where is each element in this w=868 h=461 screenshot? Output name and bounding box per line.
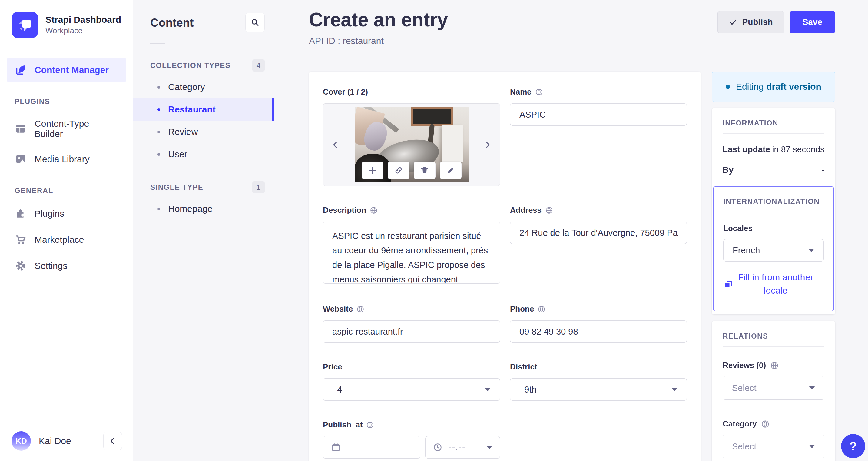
address-input[interactable] <box>510 222 687 244</box>
publish-at-label: Publish_at <box>323 420 363 430</box>
sidebar-item-media-library[interactable]: Media Library <box>7 147 126 171</box>
subnav-item-review[interactable]: Review <box>133 121 274 143</box>
link-icon <box>394 166 403 175</box>
sidebar-item-label: Marketplace <box>34 235 84 245</box>
locale-select[interactable]: French <box>723 239 824 262</box>
carousel-prev-button[interactable] <box>329 138 342 151</box>
app-title: Strapi Dashboard <box>45 14 121 25</box>
globe-icon <box>761 420 770 428</box>
workspace-header[interactable]: Strapi Dashboard Workplace <box>0 0 133 49</box>
clock-icon <box>433 442 442 452</box>
copy-icon <box>723 279 734 289</box>
price-field: Price _4 <box>323 362 500 401</box>
user-avatar[interactable]: KD <box>11 431 31 451</box>
delete-asset-button[interactable] <box>414 162 435 179</box>
phone-field: Phone <box>510 304 687 343</box>
description-label: Description <box>323 205 366 215</box>
collapse-sidebar-button[interactable] <box>103 432 122 451</box>
help-button[interactable]: ? <box>841 434 865 458</box>
time-select[interactable]: --:-- <box>425 436 500 459</box>
entry-form-card: Cover (1 / 2) <box>309 71 701 461</box>
subnav-item-restaurant[interactable]: Restaurant <box>133 98 274 121</box>
bullet-icon <box>157 208 160 210</box>
subnav-item-label: Homepage <box>168 204 213 214</box>
collection-types-header: COLLECTION TYPES <box>150 61 230 70</box>
strapi-logo-icon <box>11 11 38 38</box>
sidebar-item-label: Content Manager <box>34 65 109 75</box>
subnav-item-category[interactable]: Category <box>133 76 274 98</box>
time-placeholder: --:-- <box>448 442 480 453</box>
phone-input[interactable] <box>510 320 687 343</box>
address-field: Address <box>510 205 687 244</box>
shopping-cart-icon <box>14 234 27 246</box>
cover-actions <box>362 162 462 179</box>
subnav-item-homepage[interactable]: Homepage <box>133 198 274 220</box>
price-select[interactable]: _4 <box>323 378 500 401</box>
sidebar-item-plugins[interactable]: Plugins <box>7 202 126 226</box>
workspace-titles: Strapi Dashboard Workplace <box>45 14 121 36</box>
sidebar-item-label: Settings <box>34 261 67 271</box>
globe-icon <box>537 305 546 313</box>
cover-label: Cover (1 / 2) <box>323 87 500 97</box>
publish-at-field: Publish_at <box>323 420 500 459</box>
add-asset-button[interactable] <box>362 162 383 179</box>
fill-from-locale-link[interactable]: Fill in from another locale <box>723 271 824 297</box>
name-field: Name <box>510 87 687 126</box>
category-select[interactable]: Select <box>723 435 825 458</box>
subnav-item-label: User <box>168 149 187 160</box>
collection-types-count-badge: 4 <box>252 59 265 71</box>
feather-pen-icon <box>14 64 27 76</box>
save-button[interactable]: Save <box>789 11 835 33</box>
chevron-down-icon <box>809 444 815 448</box>
sidebar-item-label: Media Library <box>34 154 90 164</box>
search-button[interactable] <box>245 13 265 32</box>
website-input[interactable] <box>323 320 500 343</box>
carousel-next-button[interactable] <box>481 138 494 151</box>
subnav-item-label: Category <box>168 82 205 92</box>
relations-header: RELATIONS <box>723 332 825 340</box>
globe-icon <box>366 421 374 429</box>
cover-carousel <box>323 103 500 186</box>
bullet-icon <box>157 153 160 156</box>
sidebar-footer: KD Kai Doe <box>0 422 133 461</box>
puzzle-icon <box>14 208 27 220</box>
sidebar-item-content-manager[interactable]: Content Manager <box>7 58 126 82</box>
sidebar-item-label: Plugins <box>34 208 64 219</box>
main-sidebar: Strapi Dashboard Workplace Content Manag… <box>0 0 133 461</box>
chevron-down-icon <box>672 388 678 391</box>
sidebar-section-plugins: PLUGINS <box>7 84 126 112</box>
website-label: Website <box>323 304 353 314</box>
subnav-item-user[interactable]: User <box>133 143 274 166</box>
edit-asset-button[interactable] <box>440 162 462 179</box>
copy-link-button[interactable] <box>388 162 409 179</box>
sidebar-item-content-type-builder[interactable]: Content-Type Builder <box>7 112 126 145</box>
district-select[interactable]: _9th <box>510 378 687 401</box>
content-subnav: Content COLLECTION TYPES 4 Category Rest… <box>133 0 274 461</box>
information-header: INFORMATION <box>723 119 825 127</box>
bullet-icon <box>157 131 160 133</box>
date-input[interactable] <box>323 436 421 459</box>
reviews-select[interactable]: Select <box>723 376 825 400</box>
globe-icon <box>356 305 364 313</box>
sidebar-nav: Content Manager PLUGINS Content-Type Bui… <box>0 49 133 278</box>
page-title: Create an entry <box>309 8 447 31</box>
description-field: Description ASPIC est un restaurant pari… <box>323 205 500 285</box>
layout-grid-icon <box>14 123 27 135</box>
subnav-item-label: Restaurant <box>168 104 216 115</box>
description-textarea[interactable]: ASPIC est un restaurant parisien situé a… <box>323 222 500 284</box>
sidebar-item-settings[interactable]: Settings <box>7 254 126 278</box>
globe-icon <box>545 206 553 214</box>
workspace-name: Workplace <box>45 25 121 36</box>
status-dot-icon <box>726 85 730 89</box>
globe-icon <box>370 206 378 214</box>
relations-card: RELATIONS Reviews (0) Select Category <box>712 321 835 461</box>
publish-button[interactable]: Publish <box>717 11 784 33</box>
chevron-down-icon <box>485 388 491 391</box>
sidebar-item-marketplace[interactable]: Marketplace <box>7 228 126 252</box>
main-content: Create an entry API ID : restaurant Publ… <box>274 0 868 461</box>
name-label: Name <box>510 87 531 97</box>
phone-label: Phone <box>510 304 534 314</box>
name-input[interactable] <box>510 103 687 126</box>
cover-field: Cover (1 / 2) <box>323 87 500 186</box>
last-update-row: Last update in 87 seconds <box>723 145 825 154</box>
